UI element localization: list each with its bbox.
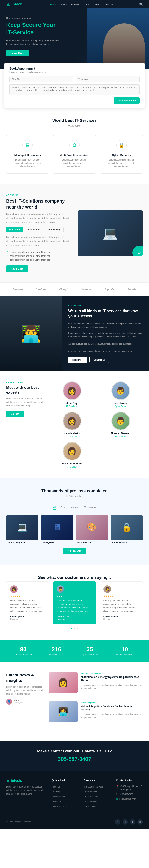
- best-it-inner: About Us Best IT-Solutions company near …: [6, 194, 143, 272]
- linkedin-icon[interactable]: in: [130, 819, 135, 825]
- footer-contact: Contact Info 📍 Get To Wynside Ave 10 Bro…: [116, 779, 143, 810]
- stats-section: 90 Project Completed 216 Satisfied Clien…: [0, 640, 149, 662]
- news-desc: Lorem ipsum dolor sit amet consectetur a…: [6, 685, 43, 696]
- footer-services-list: Managed IT Services Cyber Security Cloud…: [84, 785, 111, 808]
- experts-section: Expert Team Meet with our best experts L…: [0, 371, 149, 478]
- experts-call-button[interactable]: Call Us: [6, 411, 24, 417]
- projects-grid: 💻 Virtual Integration 🖥 Managed IT 🎨 Mul…: [6, 515, 143, 544]
- footer-copyright: © 2022 All Rights Reserved: [6, 820, 31, 823]
- news-content-1: Multi Function Synergy Multi-function Sy…: [81, 672, 143, 693]
- stat-awards: 10 International Awards: [116, 646, 134, 656]
- services-grid: 🖥 Managed IT services Lorem ipsum dolor …: [6, 135, 143, 174]
- news-article-title-1[interactable]: Multi-function Synergy Systems Help Busi…: [81, 675, 143, 682]
- facebook-icon[interactable]: f: [115, 819, 120, 825]
- nav-item-pages[interactable]: Pages: [84, 3, 91, 6]
- tab-our-vision[interactable]: Our Vision: [6, 227, 23, 232]
- read-more-button[interactable]: Read More: [6, 266, 28, 272]
- search-icon[interactable]: 🔍: [139, 3, 143, 6]
- run-read-more-button[interactable]: Read More: [68, 356, 87, 363]
- footer-email-text: hello@intech.com: [119, 798, 136, 801]
- run-all-buttons: Read More Contact Us: [68, 356, 143, 363]
- last-name-input[interactable]: [76, 76, 140, 82]
- footer-contact-phone[interactable]: 📞 305-587-3407: [116, 793, 143, 796]
- first-name-input[interactable]: [9, 76, 73, 82]
- tab-technology[interactable]: Technology: [84, 505, 96, 510]
- tab-managed[interactable]: Managed: [71, 505, 80, 510]
- best-it-list: consectetur elit sed do eiusmod tem por …: [6, 250, 71, 262]
- stat-label-projects: Project Completed: [15, 653, 32, 656]
- brands-section: Deloitte Sanford Cheryl LinkedIn Ingvale…: [0, 282, 149, 296]
- footer-service-cyber[interactable]: Cyber Security: [84, 790, 111, 793]
- booking-message-input[interactable]: [9, 84, 140, 95]
- nav-item-news[interactable]: News: [95, 3, 101, 6]
- footer-link-user[interactable]: User Agreement: [52, 805, 79, 808]
- appointment-button[interactable]: Get Appointment: [114, 97, 140, 104]
- cta-section: Make a contact with our IT staffs. Call …: [0, 741, 149, 771]
- footer-service-consulting[interactable]: IT Consulting: [84, 805, 111, 808]
- experts-desc: Lorem ipsum dolor sit amet consectetur a…: [6, 397, 43, 407]
- logo-icon: [6, 2, 10, 6]
- testimonial-dots: [6, 628, 143, 629]
- brand-sanford: Sanford: [36, 288, 46, 291]
- twitter-icon[interactable]: t: [122, 819, 128, 825]
- expert-role-jose: IT Specialist: [50, 405, 94, 407]
- expert-name-norman: Norman Benson: [98, 432, 143, 435]
- nav-item-about[interactable]: About: [60, 3, 67, 6]
- phone-icon: 📞: [116, 793, 119, 796]
- expert-avatar-lee: 👨: [111, 381, 130, 400]
- testimonial-card-2: 👩 ★★★★☆ Lorem ipsum dolor sit amet conse…: [53, 582, 96, 624]
- nav-item-home[interactable]: Home: [50, 3, 57, 6]
- expert-avatar-nannie: 👩: [63, 412, 81, 430]
- service-card-cyber: 🔒 Cyber Security Lorem ipsum dolor sit a…: [100, 135, 143, 174]
- list-item-3: consectetur elit sed do eiusmod tem por: [6, 258, 71, 262]
- footer-services-title: Services: [84, 779, 111, 782]
- news-tag-2: Virtual Integration: [81, 702, 143, 704]
- news-author-name: Admin: [14, 700, 24, 702]
- news-article-title-2[interactable]: Virtual Integration Solutions Enable Rem…: [81, 705, 143, 712]
- dot-2[interactable]: [74, 628, 75, 629]
- footer-link-privacy[interactable]: Privacy Policy: [52, 795, 79, 798]
- logo-text: intech.: [11, 2, 24, 6]
- footer-link-disclaimer[interactable]: Disclaimer: [52, 800, 79, 803]
- expert-name-jose: Jose Day: [50, 402, 94, 405]
- run-all-image: 👨‍💻: [0, 296, 62, 371]
- brand-deloitte: Deloitte: [13, 288, 23, 291]
- news-article-text-2: Lorem ipsum dolor sit amet consectetur a…: [81, 713, 143, 719]
- stat-number-staff: 35: [81, 646, 98, 653]
- tab-all[interactable]: All: [53, 505, 56, 510]
- tab-our-history[interactable]: Our History: [45, 227, 64, 232]
- footer-quick-links-list: About Us Our Blogs Privacy Policy Discla…: [52, 785, 79, 808]
- expert-name-nannie: Nannie Martin: [50, 432, 94, 435]
- service-name-multifunction: Multi-Function services: [57, 154, 92, 157]
- stats-inner: 90 Project Completed 216 Satisfied Clien…: [6, 646, 143, 656]
- expert-avatar-norman: 👨: [111, 412, 130, 430]
- all-projects-button[interactable]: All Projects: [63, 548, 86, 554]
- run-contact-button[interactable]: Contact Us: [89, 356, 109, 363]
- tab-our-values[interactable]: Our Values: [25, 227, 43, 232]
- project-cyber: 🔒 Cyber Security: [111, 515, 143, 544]
- dot-3[interactable]: [77, 628, 78, 629]
- cta-phone[interactable]: 305-587-3407: [6, 756, 143, 762]
- run-all-section: 👨‍💻 IT Services We run all kinds of IT s…: [0, 296, 149, 371]
- footer-service-managed[interactable]: Managed IT Services: [84, 785, 111, 788]
- service-card-managed: 🖥 Managed IT services Lorem ipsum dolor …: [6, 135, 49, 174]
- footer-service-cloud[interactable]: Cloud Services: [84, 795, 111, 798]
- nav-item-contact[interactable]: Contact: [105, 3, 113, 6]
- project-label-cyber: Cyber Security: [111, 540, 143, 544]
- footer-service-data[interactable]: Data Recovery: [84, 800, 111, 803]
- expert-role-nannie: IT Consultant: [50, 435, 94, 438]
- footer-link-about[interactable]: About Us: [52, 785, 79, 788]
- footer-contact-email[interactable]: ✉ hello@intech.com: [116, 798, 143, 801]
- tab-virtual[interactable]: Virtual: [60, 505, 67, 510]
- list-item-2: consectetur elit sed do eiusmod tem por: [6, 254, 71, 258]
- address-icon: 📍: [116, 785, 119, 788]
- laptop-visual: 💻: [78, 210, 143, 256]
- instagram-icon[interactable]: ig: [138, 819, 143, 825]
- learn-more-button[interactable]: Learn More: [6, 50, 29, 57]
- dot-1[interactable]: [71, 628, 72, 629]
- footer-brand: intech. Lorem ipsum dolor sit amet conse…: [6, 779, 47, 810]
- nav-item-services[interactable]: Services: [70, 3, 80, 6]
- footer-desc: Lorem ipsum dolor sit amet consectetur a…: [6, 785, 47, 796]
- project-label-virtual: Virtual Integration: [6, 540, 38, 544]
- footer-link-blogs[interactable]: Our Blogs: [52, 790, 79, 793]
